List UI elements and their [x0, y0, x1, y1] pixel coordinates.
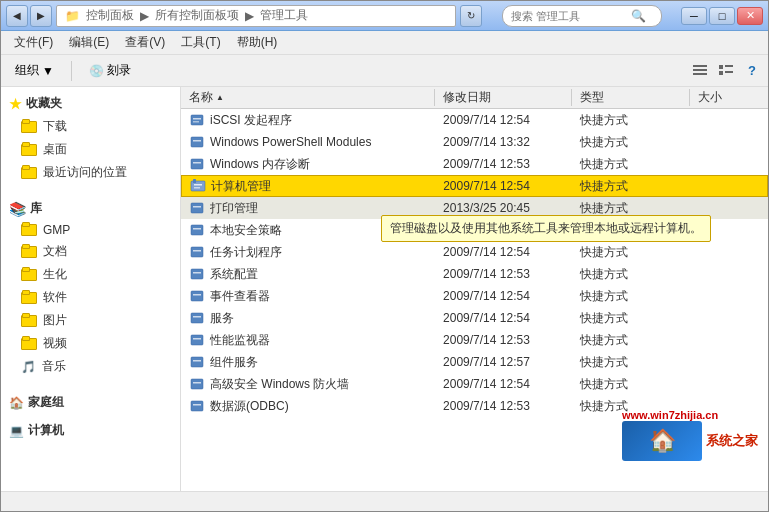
file-name: 本地安全策略 [210, 222, 282, 239]
sidebar-item-label: 图片 [43, 312, 67, 329]
sidebar-item-download[interactable]: 下载 [1, 115, 180, 138]
table-row[interactable]: 服务 2009/7/14 12:54 快捷方式 [181, 307, 768, 329]
file-name-cell: 性能监视器 [181, 332, 435, 349]
homegroup-group[interactable]: 🏠 家庭组 [1, 391, 180, 414]
file-name-cell: Windows PowerShell Modules [181, 134, 435, 150]
svg-rect-24 [191, 269, 203, 279]
table-row[interactable]: 组件服务 2009/7/14 12:57 快捷方式 [181, 351, 768, 373]
svg-rect-15 [193, 179, 196, 183]
favorites-icon: ★ [9, 96, 22, 112]
col-header-type[interactable]: 类型 [572, 89, 689, 106]
table-row[interactable]: 打印管理 2013/3/25 20:45 快捷方式 管理磁盘以及使用其他系统工具… [181, 197, 768, 219]
table-row[interactable]: 高级安全 Windows 防火墙 2009/7/14 12:54 快捷方式 [181, 373, 768, 395]
sidebar-item-pictures[interactable]: 图片 [1, 309, 180, 332]
file-name-cell: 任务计划程序 [181, 244, 435, 261]
search-icon[interactable]: 🔍 [631, 9, 646, 23]
minimize-button[interactable]: ─ [681, 7, 707, 25]
help-button[interactable]: ? [741, 60, 763, 82]
file-name-cell: 打印管理 [181, 200, 435, 217]
sidebar-item-gmp[interactable]: GMP [1, 220, 180, 240]
file-date-cell: 2009/7/14 12:54 [435, 289, 572, 303]
sidebar-item-videos[interactable]: 视频 [1, 332, 180, 355]
breadcrumb[interactable]: 📁 控制面板 ▶ 所有控制面板项 ▶ 管理工具 [56, 5, 456, 27]
svg-rect-31 [193, 338, 201, 340]
close-button[interactable]: ✕ [737, 7, 763, 25]
organize-button[interactable]: 组织 ▼ [6, 58, 63, 83]
file-icon [189, 376, 205, 392]
sidebar-item-docs[interactable]: 文档 [1, 240, 180, 263]
view-list-button[interactable] [689, 60, 711, 82]
sidebar: ★ 收藏夹 下载 桌面 最近访问的位置 📚 [1, 87, 181, 491]
refresh-button[interactable]: ↻ [460, 5, 482, 27]
search-input[interactable] [511, 10, 631, 22]
file-name: 任务计划程序 [210, 244, 282, 261]
sidebar-item-biochem[interactable]: 生化 [1, 263, 180, 286]
table-row[interactable]: Windows 内存诊断 2009/7/14 12:53 快捷方式 [181, 153, 768, 175]
file-icon [189, 134, 205, 150]
breadcrumb-part1[interactable]: 控制面板 [86, 7, 134, 24]
view-detail-button[interactable] [715, 60, 737, 82]
svg-rect-32 [191, 357, 203, 367]
file-name-cell: 组件服务 [181, 354, 435, 371]
table-row[interactable]: iSCSI 发起程序 2009/7/14 12:54 快捷方式 [181, 109, 768, 131]
breadcrumb-part2[interactable]: 所有控制面板项 [155, 7, 239, 24]
svg-rect-22 [191, 247, 203, 257]
breadcrumb-sep1: ▶ [140, 9, 149, 23]
watermark-logo: 🏠 系统之家 [622, 421, 758, 461]
file-icon [189, 332, 205, 348]
search-box[interactable]: 🔍 [502, 5, 662, 27]
svg-rect-23 [193, 250, 201, 252]
table-row[interactable]: 性能监视器 2009/7/14 12:53 快捷方式 [181, 329, 768, 351]
table-row[interactable]: Windows PowerShell Modules 2009/7/14 13:… [181, 131, 768, 153]
file-icon [190, 178, 206, 194]
sidebar-item-recent[interactable]: 最近访问的位置 [1, 161, 180, 184]
file-date-cell: 2009/7/14 12:53 [435, 399, 572, 413]
file-name: 打印管理 [210, 200, 258, 217]
sidebar-item-music[interactable]: 🎵 音乐 [1, 355, 180, 378]
sidebar-item-desktop[interactable]: 桌面 [1, 138, 180, 161]
table-row[interactable]: 计算机管理 2009/7/14 12:54 快捷方式 [181, 175, 768, 197]
folder-icon [21, 121, 37, 133]
music-icon: 🎵 [21, 360, 36, 374]
detail-view-icon [719, 64, 733, 78]
file-icon [189, 288, 205, 304]
col-header-size[interactable]: 大小 [690, 89, 768, 106]
forward-button[interactable]: ▶ [30, 5, 52, 27]
menu-help[interactable]: 帮助(H) [229, 32, 286, 53]
svg-rect-17 [194, 187, 200, 189]
file-type-cell: 快捷方式 [572, 288, 689, 305]
menu-edit[interactable]: 编辑(E) [61, 32, 117, 53]
svg-rect-10 [191, 137, 203, 147]
file-icon [189, 156, 205, 172]
col-header-date[interactable]: 修改日期 [435, 89, 572, 106]
toolbar-divider [71, 61, 72, 81]
file-date-cell: 2009/7/14 12:54 [435, 377, 572, 391]
sidebar-item-label: 音乐 [42, 358, 66, 375]
menu-view[interactable]: 查看(V) [117, 32, 173, 53]
menu-file[interactable]: 文件(F) [6, 32, 61, 53]
sidebar-item-software[interactable]: 软件 [1, 286, 180, 309]
menu-tools[interactable]: 工具(T) [173, 32, 228, 53]
burn-button[interactable]: 💿 刻录 [80, 58, 140, 83]
library-group[interactable]: 📚 库 [1, 197, 180, 220]
titlebar: ◀ ▶ 📁 控制面板 ▶ 所有控制面板项 ▶ 管理工具 ↻ 🔍 ─ □ ✕ [1, 1, 768, 31]
file-name-cell: 事件查看器 [181, 288, 435, 305]
breadcrumb-part3[interactable]: 管理工具 [260, 7, 308, 24]
maximize-button[interactable]: □ [709, 7, 735, 25]
table-row[interactable]: 任务计划程序 2009/7/14 12:54 快捷方式 [181, 241, 768, 263]
toolbar-right: ? [689, 60, 763, 82]
col-header-name[interactable]: 名称 ▲ [181, 89, 435, 106]
library-section: 📚 库 GMP 文档 生化 软件 [1, 197, 180, 378]
back-button[interactable]: ◀ [6, 5, 28, 27]
table-row[interactable]: 事件查看器 2009/7/14 12:54 快捷方式 [181, 285, 768, 307]
file-name-cell: 高级安全 Windows 防火墙 [181, 376, 435, 393]
table-row[interactable]: 系统配置 2009/7/14 12:53 快捷方式 [181, 263, 768, 285]
favorites-group[interactable]: ★ 收藏夹 [1, 92, 180, 115]
computer-group[interactable]: 💻 计算机 [1, 419, 180, 442]
burn-icon: 💿 [89, 64, 104, 78]
library-label: 库 [30, 200, 42, 217]
computer-section: 💻 计算机 [1, 419, 180, 442]
file-type-cell: 快捷方式 [572, 354, 689, 371]
file-type-cell: 快捷方式 [572, 200, 689, 217]
breadcrumb-sep2: ▶ [245, 9, 254, 23]
